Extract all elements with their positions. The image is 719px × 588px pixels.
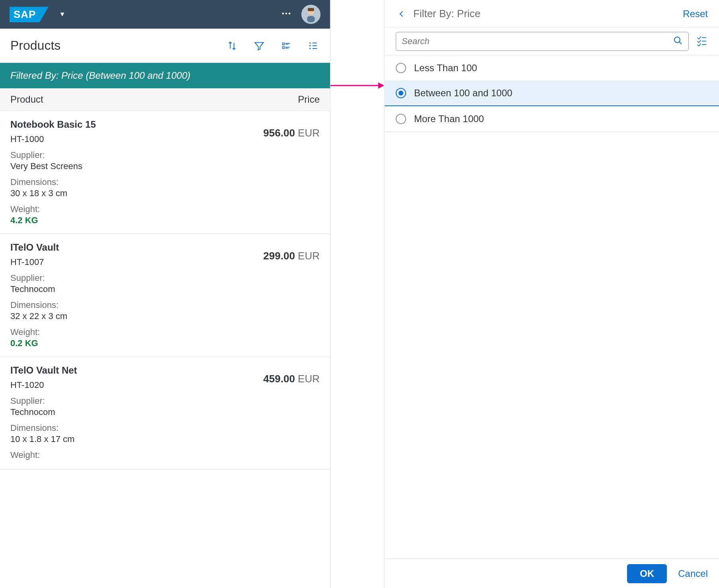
filter-search-row <box>385 28 719 55</box>
sort-icon[interactable] <box>226 39 238 52</box>
filter-option-label: More Than 1000 <box>414 113 484 125</box>
svg-point-12 <box>674 37 680 43</box>
svg-rect-5 <box>307 16 315 22</box>
search-input[interactable] <box>402 36 673 47</box>
page-title: Products <box>10 38 226 53</box>
dimensions-value: 10 x 1.8 x 17 cm <box>10 434 320 444</box>
supplier-label: Supplier: <box>10 396 320 406</box>
weight-label: Weight: <box>10 450 320 460</box>
sap-logo: SAP <box>10 7 40 22</box>
filter-option[interactable]: Less Than 100 <box>385 55 719 81</box>
supplier-label: Supplier: <box>10 273 320 283</box>
dimensions-label: Dimensions: <box>10 177 320 187</box>
product-price: 459.00 EUR <box>263 373 320 385</box>
list-view-icon[interactable] <box>307 39 320 52</box>
weight-label: Weight: <box>10 204 320 214</box>
product-price: 956.00 EUR <box>263 127 320 139</box>
product-list[interactable]: Notebook Basic 15956.00 EURHT-1000Suppli… <box>0 111 330 588</box>
page-header: Products <box>0 29 330 63</box>
products-panel: SAP ▼ Products Filtered By: Pri <box>0 0 330 588</box>
dimensions-label: Dimensions: <box>10 300 320 310</box>
select-list-icon[interactable] <box>696 35 708 48</box>
supplier-label: Supplier: <box>10 150 320 160</box>
column-price: Price <box>298 94 320 105</box>
supplier-value: Technocom <box>10 407 320 417</box>
more-icon[interactable] <box>281 8 292 21</box>
radio-icon <box>396 88 406 98</box>
svg-marker-11 <box>378 82 384 89</box>
supplier-value: Very Best Screens <box>10 161 320 171</box>
chevron-down-icon[interactable]: ▼ <box>59 11 65 18</box>
svg-point-7 <box>309 42 311 44</box>
svg-point-0 <box>282 13 284 15</box>
radio-icon <box>396 63 406 73</box>
toolbar-actions <box>226 39 320 52</box>
svg-point-8 <box>309 45 311 47</box>
filter-panel-title: Filter By: Price <box>413 8 683 20</box>
list-column-headers: Product Price <box>0 88 330 111</box>
filter-info-bar[interactable]: Filtered By: Price (Between 100 and 1000… <box>0 63 330 88</box>
cancel-button[interactable]: Cancel <box>678 568 708 579</box>
dimensions-value: 30 x 18 x 3 cm <box>10 188 320 199</box>
filter-option[interactable]: More Than 1000 <box>385 106 719 132</box>
shell-bar: SAP ▼ <box>0 0 330 29</box>
filter-option-label: Less Than 100 <box>414 62 477 74</box>
filter-panel: Filter By: Price Reset Less Than 100Betw… <box>384 0 719 588</box>
filter-option[interactable]: Between 100 and 1000 <box>385 81 719 106</box>
radio-icon <box>396 114 406 124</box>
filter-panel-header: Filter By: Price Reset <box>385 0 719 28</box>
supplier-value: Technocom <box>10 284 320 294</box>
product-list-item[interactable]: Notebook Basic 15956.00 EURHT-1000Suppli… <box>0 111 330 234</box>
weight-value: 4.2 KG <box>10 215 320 226</box>
reset-button[interactable]: Reset <box>683 8 708 19</box>
group-icon[interactable] <box>280 39 293 52</box>
svg-rect-6 <box>308 8 314 11</box>
ok-button[interactable]: OK <box>627 564 667 583</box>
filter-icon[interactable] <box>253 39 266 52</box>
filter-options-list: Less Than 100Between 100 and 1000More Th… <box>385 55 719 132</box>
dimensions-value: 32 x 22 x 3 cm <box>10 311 320 321</box>
filter-footer: OK Cancel <box>385 559 719 588</box>
user-avatar[interactable] <box>301 5 320 24</box>
back-icon[interactable] <box>396 8 408 20</box>
product-list-item[interactable]: ITelO Vault Net459.00 EURHT-1020Supplier… <box>0 357 330 469</box>
search-input-wrap[interactable] <box>396 32 689 51</box>
weight-value: 0.2 KG <box>10 338 320 349</box>
svg-point-9 <box>309 48 311 49</box>
search-icon[interactable] <box>673 36 683 47</box>
product-list-item[interactable]: ITelO Vault299.00 EURHT-1007Supplier:Tec… <box>0 234 330 357</box>
dimensions-label: Dimensions: <box>10 423 320 433</box>
svg-point-2 <box>289 13 291 15</box>
product-price: 299.00 EUR <box>263 250 320 262</box>
weight-label: Weight: <box>10 327 320 337</box>
column-product: Product <box>10 94 298 105</box>
filter-option-label: Between 100 and 1000 <box>414 88 512 99</box>
svg-point-1 <box>285 13 287 15</box>
annotation-arrow <box>330 0 384 588</box>
shell-logo[interactable]: SAP ▼ <box>10 7 65 22</box>
